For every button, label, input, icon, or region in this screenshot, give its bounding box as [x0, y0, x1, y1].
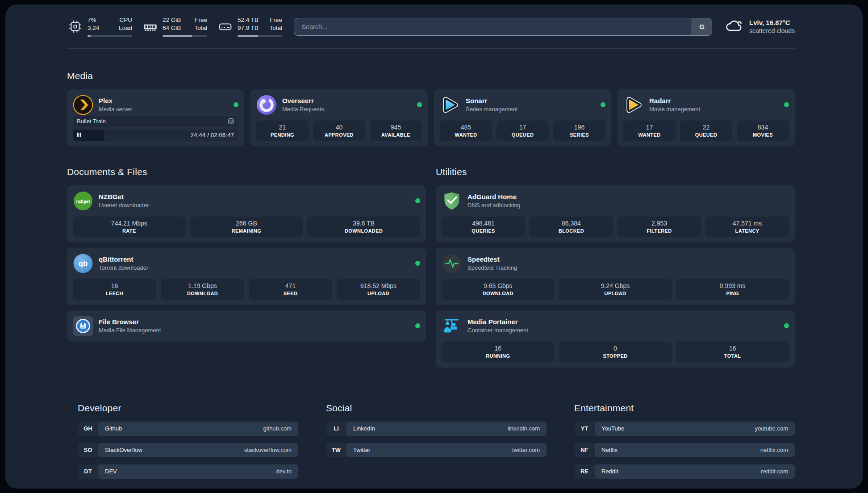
stat-available: 945 AVAILABLE — [370, 121, 422, 141]
storage-stat: 52.4 TB 97.9 TB Free Total — [217, 16, 282, 37]
speedtest-icon — [442, 253, 462, 274]
app-subtitle: Media Requests — [282, 106, 324, 113]
link-abbr: RE — [574, 464, 595, 479]
stat-downloaded: 39.6 TB DOWNLOADED — [307, 217, 420, 237]
status-dot-online — [415, 198, 420, 203]
pause-icon[interactable] — [77, 131, 82, 139]
media-grid: Plex Media server Bullet Train — [67, 89, 795, 146]
svg-text:qb: qb — [79, 259, 88, 268]
weather-location: Lviv, 16.87°C — [749, 19, 795, 26]
app-card-portainer[interactable]: Media Portainer Container management 16 … — [436, 310, 795, 368]
link-abbr: NF — [574, 443, 595, 457]
link-name: StackOverflow — [105, 447, 142, 453]
link-abbr: SO — [78, 443, 98, 457]
cpu-progress-fill — [88, 35, 91, 37]
link-name: DEV — [105, 468, 117, 475]
cpu-usage-value: 7% — [88, 16, 99, 24]
app-subtitle: Movie management — [649, 106, 700, 113]
plex-icon — [73, 95, 93, 115]
app-subtitle: Series management — [466, 106, 517, 113]
session-icon[interactable] — [228, 118, 234, 125]
overseerr-icon — [256, 95, 277, 115]
stat-leech: 16 LEECH — [73, 279, 156, 300]
stat-stopped: 0 STOPPED — [559, 342, 672, 362]
status-dot-online — [784, 102, 789, 107]
header-divider — [67, 49, 795, 49]
stat-blocked: 86,384 BLOCKED — [530, 217, 613, 237]
status-dot-online — [417, 102, 422, 107]
app-name: qBittorrent — [99, 255, 148, 263]
stat-rate: 744.21 Mbps RATE — [73, 217, 186, 237]
stat-series: 196 SERIES — [553, 121, 605, 141]
section-title-developer: Developer — [78, 403, 298, 414]
app-subtitle: Media File Management — [99, 327, 161, 334]
app-card-nzbget[interactable]: nzbget NZBGet Usenet downloader 744.21 M… — [67, 185, 426, 242]
app-subtitle: DNS and adblocking — [467, 202, 521, 209]
app-name: Speedtest — [467, 255, 517, 263]
stat-latency: 47.571 ms LATENCY — [705, 217, 789, 237]
link-reddit[interactable]: RE Reddit reddit.com — [574, 464, 795, 479]
link-github[interactable]: GH Github github.com — [78, 422, 298, 436]
memory-progress-bar — [163, 35, 207, 37]
link-netflix[interactable]: NF Netflix netflix.com — [574, 443, 795, 457]
weather-widget: Lviv, 16.87°C scattered clouds — [724, 17, 795, 36]
svg-text:nzbget: nzbget — [76, 198, 90, 203]
system-stats: 7% 3.24 CPU Load — [67, 16, 282, 37]
link-url: linkedin.com — [508, 425, 540, 432]
link-youtube[interactable]: YT YouTube youtube.com — [574, 422, 795, 436]
search-input[interactable] — [294, 18, 692, 35]
app-name: Radarr — [649, 97, 700, 104]
memory-stat: 22 GiB 64 GiB Free Total — [142, 16, 207, 37]
playback-progress-bar: 24:44 / 02:06:47 — [73, 130, 238, 141]
app-card-sonarr[interactable]: Sonarr Series management 485 WANTED 17 Q… — [434, 89, 611, 146]
link-name: YouTube — [601, 425, 624, 432]
stat-upload: 9.24 Gbps UPLOAD — [559, 279, 672, 300]
link-stackoverflow[interactable]: SO StackOverflow stackoverflow.com — [78, 443, 298, 457]
memory-total-value: 64 GiB — [163, 24, 181, 32]
link-url: stackoverflow.com — [244, 447, 292, 453]
cpu-stat: 7% 3.24 CPU Load — [67, 16, 132, 37]
app-subtitle: Speedtest Tracking — [467, 264, 517, 271]
stat-total: 16 TOTAL — [676, 342, 789, 362]
status-dot-online — [415, 323, 420, 328]
app-name: File Browser — [99, 318, 161, 326]
storage-free-label: Free — [269, 16, 282, 24]
stat-pending: 21 PENDING — [256, 121, 309, 141]
app-card-overseerr[interactable]: Overseerr Media Requests 21 PENDING 40 A… — [250, 89, 428, 146]
link-url: netflix.com — [760, 447, 788, 453]
search-provider-button[interactable]: G — [692, 18, 712, 35]
app-name: AdGuard Home — [467, 193, 521, 201]
link-url: github.com — [263, 425, 292, 432]
status-dot-online — [415, 261, 420, 266]
app-name: Overseerr — [282, 97, 324, 104]
link-dev[interactable]: DT DEV dev.to — [78, 464, 298, 479]
app-card-qbittorrent[interactable]: qb qBittorrent Torrent downloader 16 LEE… — [67, 248, 426, 305]
adguard-icon — [442, 191, 462, 211]
storage-free-value: 52.4 TB — [238, 16, 259, 24]
links-column-developer: Developer GH Github github.com SO StackO… — [78, 395, 298, 479]
storage-progress-fill — [238, 35, 258, 37]
app-card-plex[interactable]: Plex Media server Bullet Train — [67, 89, 244, 146]
stat-download: 1.19 Gbps DOWNLOAD — [161, 279, 244, 300]
utilities-column: Utilities AdGuard Home DNS and adblockin… — [436, 159, 795, 368]
app-card-filebrowser[interactable]: File Browser Media File Management — [67, 310, 426, 342]
link-name: Netflix — [601, 447, 618, 453]
app-card-radarr[interactable]: Radarr Movie management 17 WANTED 22 QUE… — [618, 89, 795, 146]
link-linkedin[interactable]: LI LinkedIn linkedin.com — [326, 422, 547, 436]
link-name: Github — [105, 425, 122, 432]
memory-free-value: 22 GiB — [163, 16, 181, 24]
app-card-adguard[interactable]: AdGuard Home DNS and adblocking 498,461 … — [436, 185, 795, 242]
link-twitter[interactable]: TW Twitter twitter.com — [326, 443, 547, 457]
weather-condition: scattered clouds — [749, 27, 795, 34]
stat-approved: 40 APPROVED — [313, 121, 365, 141]
storage-progress-bar — [238, 35, 282, 37]
stat-filtered: 2,953 FILTERED — [618, 217, 701, 237]
memory-progress-fill — [163, 35, 192, 37]
sonarr-icon — [440, 95, 460, 115]
links-column-entertainment: Entertainment YT YouTube youtube.com NF … — [574, 395, 795, 479]
portainer-icon — [442, 316, 462, 336]
app-name: Media Portainer — [467, 318, 528, 326]
section-title-documents: Documents & Files — [67, 167, 426, 177]
link-abbr: DT — [78, 464, 98, 479]
app-card-speedtest[interactable]: Speedtest Speedtest Tracking 9.65 Gbps D… — [436, 248, 795, 305]
